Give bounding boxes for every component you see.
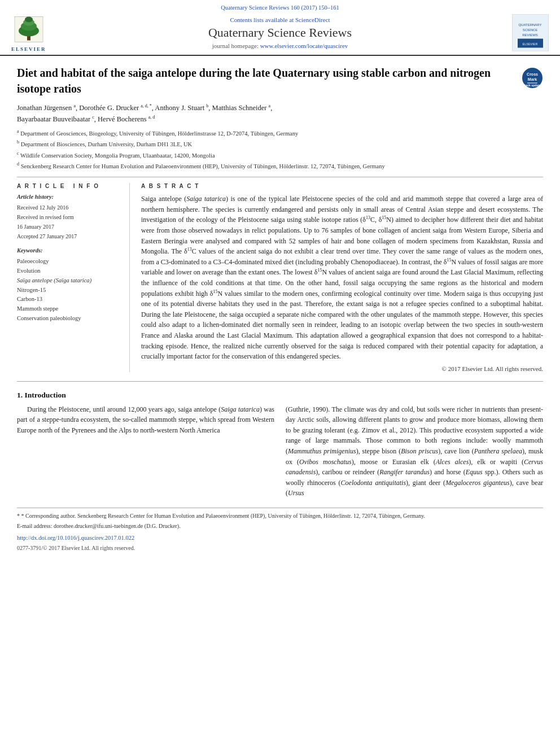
keyword-6: Mammoth steppe [17, 304, 121, 314]
article-history-label: Article history: [17, 194, 121, 200]
sciencedirect-anchor[interactable]: ScienceDirect [295, 16, 330, 23]
keyword-4: Nitrogen-15 [17, 286, 121, 295]
intro-para-left: During the Pleistocene, until around 12,… [17, 404, 274, 436]
keywords-section: Keywords: Paleoecology Evolution Saïga a… [17, 247, 121, 324]
journal-ref: Quaternary Science Reviews 160 (2017) 15… [0, 5, 560, 11]
crossmark-badge: Cross Mark check updates [522, 67, 543, 89]
svg-text:SCIENCE: SCIENCE [523, 28, 538, 32]
intro-divider [17, 381, 543, 382]
two-col-section: A R T I C L E I N F O Article history: R… [17, 183, 543, 372]
footnote-section: * * Corresponding author. Senckenberg Re… [17, 508, 543, 552]
intro-columns: During the Pleistocene, until around 12,… [17, 404, 543, 499]
received-revised-label: Received in revised form [17, 213, 121, 221]
article-title: Diet and habitat of the saiga antelope d… [17, 65, 516, 97]
intro-left: During the Pleistocene, until around 12,… [17, 404, 274, 499]
article-title-block: Diet and habitat of the saiga antelope d… [17, 65, 543, 97]
keyword-2: Evolution [17, 267, 121, 276]
footnote-corresponding: * * Corresponding author. Senckenberg Re… [17, 512, 543, 520]
svg-text:Cross: Cross [527, 72, 538, 76]
journal-header: Quaternary Science Reviews 160 (2017) 15… [0, 0, 560, 56]
sciencedirect-link: Contents lists available at ScienceDirec… [208, 16, 352, 23]
affiliations: a Department of Geosciences, Biogeology,… [17, 128, 543, 171]
keywords-label: Keywords: [17, 247, 121, 254]
doi-link[interactable]: http://dx.doi.org/10.1016/j.quascirev.20… [17, 535, 134, 541]
intro-right: (Guthrie, 1990). The climate was dry and… [286, 404, 543, 499]
intro-para-right: (Guthrie, 1990). The climate was dry and… [286, 404, 543, 499]
keyword-5: Carbon-13 [17, 295, 121, 304]
journal-homepage: journal homepage: www.elsevier.com/locat… [208, 42, 352, 49]
journal-center: Contents lists available at ScienceDirec… [208, 16, 352, 49]
authors: Jonathan Jürgensen a, Dorothée G. Drucke… [17, 102, 543, 125]
keyword-7: Conservation paleobiology [17, 314, 121, 324]
homepage-link[interactable]: www.elsevier.com/locate/quascirev [260, 42, 348, 49]
svg-text:Mark: Mark [528, 77, 537, 81]
affil-d: d Senckenberg Research Center for Human … [17, 161, 543, 171]
section-divider [17, 177, 543, 177]
authors-text: Jonathan Jürgensen a, Dorothée G. Drucke… [17, 104, 272, 112]
svg-text:check updates: check updates [523, 84, 542, 87]
svg-text:QUATERNARY: QUATERNARY [518, 23, 541, 27]
keyword-1: Paleoecology [17, 257, 121, 267]
svg-point-5 [25, 17, 33, 23]
main-content: Diet and habitat of the saiga antelope d… [0, 59, 560, 563]
footnote-email: E-mail address: dorothee.drucker@ifu.uni… [17, 522, 543, 530]
right-column: A B S T R A C T Saiga antelope (Saiga ta… [141, 183, 543, 372]
svg-text:REVIEWS: REVIEWS [522, 33, 538, 37]
affil-c: c Wildlife Conservation Society, Mongoli… [17, 150, 543, 160]
authors-text-2: Bayarbaatar Buuveibaatar c, Hervé Bocher… [17, 115, 155, 123]
abstract-heading: A B S T R A C T [141, 183, 543, 189]
elsevier-logo: ELSEVIER [11, 14, 46, 52]
journal-title: Quaternary Science Reviews [208, 25, 352, 40]
affil-b: b Department of Biosciences, Durham Univ… [17, 139, 543, 149]
keyword-3: Saïga antelope (Saïga tatarica) [17, 276, 121, 286]
doi-line: http://dx.doi.org/10.1016/j.quascirev.20… [17, 534, 543, 543]
left-column: A R T I C L E I N F O Article history: R… [17, 183, 130, 372]
section1-title: 1. Introduction [17, 391, 543, 400]
received-revised-date: 16 January 2017 [17, 222, 121, 231]
affil-a: a Department of Geosciences, Biogeology,… [17, 128, 543, 138]
article-info-heading: A R T I C L E I N F O [17, 183, 121, 189]
issn-line: 0277-3791/© 2017 Elsevier Ltd. All right… [17, 544, 543, 552]
svg-text:ELSEVIER: ELSEVIER [523, 42, 538, 46]
journal-banner: ELSEVIER Contents lists available at Sci… [0, 13, 560, 53]
received-date: Received 12 July 2016 [17, 203, 121, 212]
abstract-text: Saiga antelope (Saiga tatarica) is one o… [141, 194, 543, 362]
journal-logo: QUATERNARY SCIENCE REVIEWS ELSEVIER [512, 15, 549, 51]
accepted-date: Accepted 27 January 2017 [17, 232, 121, 241]
elsevier-text: ELSEVIER [11, 46, 46, 52]
copyright: © 2017 Elsevier Ltd. All rights reserved… [141, 365, 543, 372]
